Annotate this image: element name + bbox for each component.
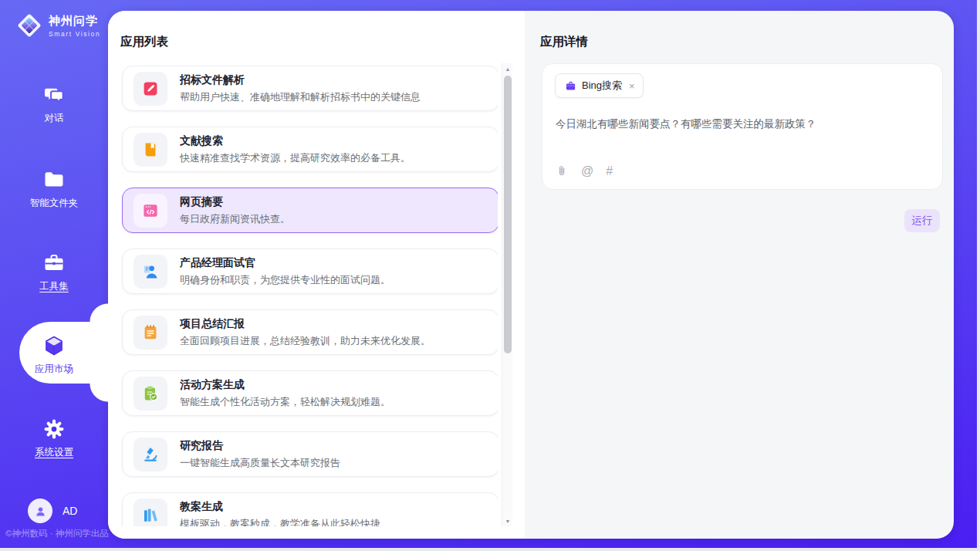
avatar (28, 499, 52, 523)
sidebar-item-app-market[interactable]: 应用市场 (0, 334, 108, 376)
app-card-1[interactable]: 文献搜索快速精准查找学术资源，提高研究效率的必备工具。 (122, 127, 498, 172)
paperclip-icon[interactable] (556, 164, 569, 177)
books-icon (133, 499, 167, 527)
sidebar-item-label: 工具集 (39, 280, 69, 293)
app-list-title: 应用列表 (120, 34, 168, 50)
app-card-name: 研究报告 (180, 439, 340, 453)
app-card-name: 招标文件解析 (180, 73, 421, 87)
user-account[interactable]: AD (28, 499, 77, 523)
sidebar-item-label: 应用市场 (35, 363, 73, 376)
user-name: AD (63, 505, 77, 517)
sidebar-item-label: 系统设置 (35, 446, 73, 459)
mention-icon[interactable]: @ (581, 164, 593, 177)
app-card-3[interactable]: 产品经理面试官明确身份和职责，为您提供专业性的面试问题。 (122, 248, 498, 294)
clipboard-check-icon (133, 377, 167, 411)
app-card-name: 产品经理面试官 (180, 256, 390, 270)
prompt-textarea[interactable]: 今日湖北有哪些新闻要点？有哪些需要关注的最新政策？ (556, 117, 930, 132)
app-card-6[interactable]: 研究报告一键智能生成高质量长文本研究报告 (122, 431, 498, 477)
app-card-desc: 全面回顾项目进展，总结经验教训，助力未来优化发展。 (180, 334, 431, 348)
logo-diamond-icon (15, 12, 43, 39)
app-card-desc: 一键智能生成高质量长文本研究报告 (180, 456, 340, 470)
sidebar-item-label: 智能文件夹 (30, 197, 79, 210)
list-scrollbar[interactable]: ▲ ▼ (502, 63, 512, 526)
tag-label: Bing搜索 (582, 79, 622, 93)
app-card-desc: 模板驱动，教案秒成，教学准备从此轻松快捷 (180, 517, 380, 527)
tool-tag-bing-search[interactable]: Bing搜索 × (555, 73, 644, 98)
sidebar-item-chat[interactable]: 对话 (0, 83, 108, 125)
app-card-desc: 帮助用户快速、准确地理解和解析招标书中的关键信息 (180, 90, 421, 104)
folder-icon (42, 168, 66, 191)
sidebar-item-toolbox[interactable]: 工具集 (0, 252, 108, 293)
sidebar-item-label: 对话 (45, 112, 64, 125)
app-card-name: 网页摘要 (180, 195, 290, 209)
cube-icon (42, 334, 66, 357)
app-card-name: 项目总结汇报 (180, 317, 431, 331)
tag-close-icon[interactable]: × (629, 80, 635, 92)
app-card-7[interactable]: 教案生成模板驱动，教案秒成，教学准备从此轻松快捷 (122, 492, 498, 526)
active-tab-curve-top (90, 303, 108, 322)
logo-title: 神州问学 (49, 14, 100, 29)
app-card-5[interactable]: 活动方案生成智能生成个性化活动方案，轻松解决规划难题。 (122, 370, 498, 416)
app-card-desc: 明确身份和职责，为您提供专业性的面试问题。 (180, 273, 390, 287)
sidebar-footer: ©神州数码 · 神州问学出品 (5, 528, 121, 539)
app-card-desc: 快速精准查找学术资源，提高研究效率的必备工具。 (180, 151, 411, 165)
app-cards: 招标文件解析帮助用户快速、准确地理解和解析招标书中的关键信息文献搜索快速精准查找… (122, 66, 498, 526)
edit-icon (133, 72, 167, 106)
app-card-2[interactable]: 网页摘要每日政府新闻资讯快查。 (122, 188, 498, 233)
app-card-name: 教案生成 (180, 500, 380, 514)
app-list-viewport: 招标文件解析帮助用户快速、准确地理解和解析招标书中的关键信息文献搜索快速精准查找… (108, 63, 498, 526)
browser-icon (133, 194, 167, 228)
book-icon (133, 133, 167, 167)
content-shell: 应用列表 招标文件解析帮助用户快速、准确地理解和解析招标书中的关键信息文献搜索快… (108, 11, 954, 539)
notepad-icon (133, 316, 167, 350)
hash-icon[interactable]: # (606, 164, 613, 177)
prompt-card: Bing搜索 × 今日湖北有哪些新闻要点？有哪些需要关注的最新政策？ @ # (542, 63, 943, 190)
user-icon (33, 504, 48, 519)
scroll-down-arrow-icon[interactable]: ▼ (502, 516, 513, 526)
scrollbar-thumb[interactable] (504, 76, 512, 353)
gear-icon (42, 417, 66, 441)
sidebar-item-settings[interactable]: 系统设置 (0, 417, 108, 459)
active-tab-curve-bottom (90, 384, 108, 402)
app-card-0[interactable]: 招标文件解析帮助用户快速、准确地理解和解析招标书中的关键信息 (122, 66, 498, 111)
toolbox-icon (42, 252, 66, 275)
run-button[interactable]: 运行 (904, 209, 940, 232)
sidebar-item-smart-folder[interactable]: 智能文件夹 (0, 168, 108, 210)
prompt-toolbar: @ # (556, 164, 613, 177)
interviewer-icon (133, 255, 167, 289)
app-card-name: 文献搜索 (180, 134, 411, 148)
logo-subtitle: Smart Vision (49, 30, 100, 38)
chat-icon (42, 83, 66, 106)
microscope-icon (133, 438, 167, 472)
briefcase-icon (565, 80, 576, 92)
app-card-4[interactable]: 项目总结汇报全面回顾项目进展，总结经验教训，助力未来优化发展。 (122, 309, 498, 355)
scroll-up-arrow-icon[interactable]: ▲ (502, 63, 513, 74)
app-card-desc: 智能生成个性化活动方案，轻松解决规划难题。 (180, 395, 390, 409)
app-card-name: 活动方案生成 (180, 378, 390, 392)
app-detail-title: 应用详情 (540, 34, 588, 50)
app-card-desc: 每日政府新闻资讯快查。 (180, 212, 290, 226)
app-logo: 神州问学 Smart Vision (15, 12, 100, 39)
